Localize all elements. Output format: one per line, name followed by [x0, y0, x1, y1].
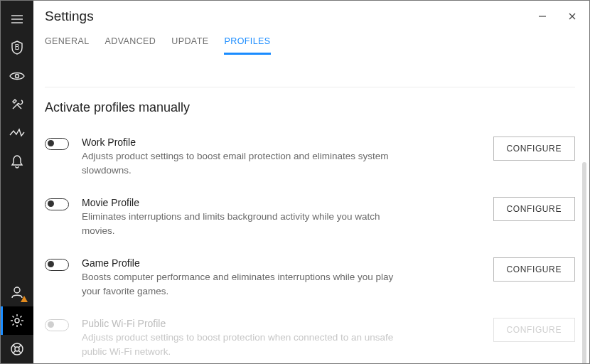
- profile-row: Public Wi-Fi ProfileAdjusts product sett…: [45, 311, 575, 363]
- configure-button[interactable]: CONFIGURE: [493, 257, 575, 282]
- bell-icon[interactable]: [1, 147, 33, 176]
- divider: [45, 87, 575, 87]
- profile-row: Movie ProfileEliminates interruptions an…: [45, 190, 575, 250]
- svg-point-5: [14, 287, 20, 293]
- main-panel: Settings GENERALADVANCEDUPDATEPROFILES A…: [33, 1, 589, 363]
- section-title: Activate profiles manually: [45, 100, 575, 115]
- configure-button: CONFIGURE: [493, 318, 575, 342]
- configure-button[interactable]: CONFIGURE: [493, 136, 575, 161]
- close-button[interactable]: [567, 11, 578, 22]
- svg-line-12: [19, 351, 22, 354]
- warning-badge-icon: [21, 296, 28, 302]
- svg-point-8: [15, 347, 19, 351]
- minimize-button[interactable]: [537, 11, 548, 22]
- profile-desc: Adjusts product settings to boost email …: [82, 149, 409, 177]
- profile-name: Game Profile: [82, 257, 409, 269]
- profile-toggle: [45, 319, 69, 331]
- menu-icon[interactable]: [1, 5, 33, 33]
- tools-icon[interactable]: [1, 90, 33, 119]
- profile-desc: Boosts computer performance and eliminat…: [82, 270, 409, 298]
- gear-icon[interactable]: [1, 306, 33, 335]
- eye-icon[interactable]: [1, 62, 33, 90]
- profile-desc: Adjusts product settings to boost protec…: [82, 331, 409, 358]
- titlebar: Settings: [33, 1, 589, 32]
- account-icon[interactable]: [1, 278, 33, 306]
- profile-row: Work ProfileAdjusts product settings to …: [45, 129, 575, 190]
- support-icon[interactable]: [1, 335, 33, 363]
- svg-text:B: B: [15, 43, 20, 51]
- svg-line-10: [19, 345, 22, 348]
- profile-toggle[interactable]: [45, 138, 69, 150]
- activity-icon[interactable]: [1, 119, 33, 147]
- shield-b-icon[interactable]: B: [1, 33, 33, 62]
- profile-toggle[interactable]: [45, 198, 69, 210]
- svg-point-6: [15, 318, 19, 323]
- profile-toggle[interactable]: [45, 259, 69, 271]
- sidebar: B: [1, 1, 33, 363]
- page-title: Settings: [45, 9, 94, 24]
- profile-name: Work Profile: [82, 136, 409, 148]
- scrollbar[interactable]: [582, 162, 586, 363]
- svg-line-9: [13, 345, 16, 348]
- svg-line-11: [13, 351, 16, 354]
- tab-general[interactable]: GENERAL: [45, 32, 90, 55]
- profile-name: Movie Profile: [82, 197, 409, 208]
- svg-point-4: [16, 75, 19, 78]
- content: Activate profiles manually Work ProfileA…: [33, 55, 589, 363]
- tab-advanced[interactable]: ADVANCED: [105, 32, 156, 55]
- tabs: GENERALADVANCEDUPDATEPROFILES: [33, 32, 589, 55]
- profile-name: Public Wi-Fi Profile: [82, 318, 409, 329]
- tab-update[interactable]: UPDATE: [171, 32, 208, 55]
- profile-desc: Eliminates interruptions and limits back…: [82, 210, 409, 237]
- configure-button[interactable]: CONFIGURE: [493, 197, 575, 221]
- profile-row: Game ProfileBoosts computer performance …: [45, 250, 575, 311]
- tab-profiles[interactable]: PROFILES: [224, 32, 270, 55]
